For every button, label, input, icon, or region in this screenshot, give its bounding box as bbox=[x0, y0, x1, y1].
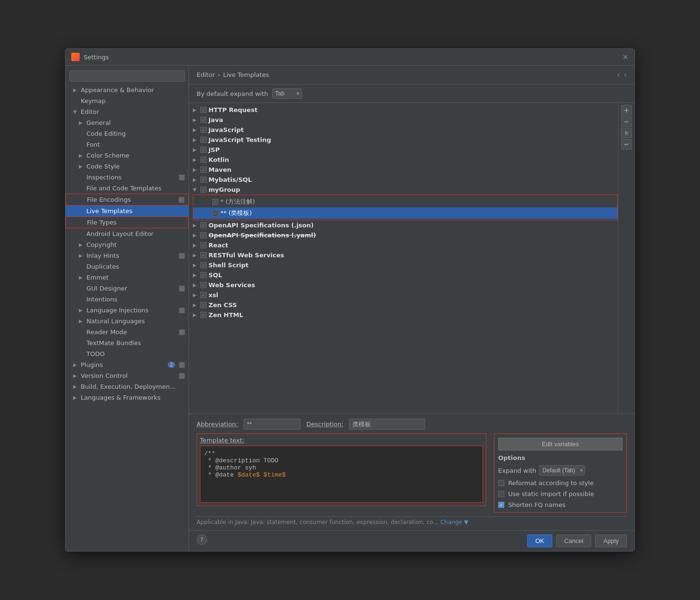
nav-back-icon[interactable]: ‹ bbox=[617, 70, 620, 79]
restore-template-button[interactable]: ↩ bbox=[621, 139, 632, 150]
template-group-javascript[interactable]: ▶ JavaScript bbox=[189, 125, 618, 135]
template-group-kotlin[interactable]: ▶ Kotlin bbox=[189, 155, 618, 165]
sidebar-item-duplicates[interactable]: Duplicates bbox=[66, 261, 189, 272]
sidebar-item-code-editing[interactable]: Code Editing bbox=[66, 128, 189, 139]
template-text-editor[interactable]: /** * @description TODO * @author syh * … bbox=[200, 446, 483, 503]
item-checkbox[interactable] bbox=[212, 199, 218, 205]
group-checkbox[interactable] bbox=[200, 222, 207, 228]
title-bar-left: Settings bbox=[71, 53, 109, 61]
group-checkbox[interactable] bbox=[200, 282, 207, 288]
sidebar-item-font[interactable]: Font bbox=[66, 139, 189, 150]
group-checkbox[interactable] bbox=[200, 302, 207, 308]
template-group-shell[interactable]: ▶ Shell Script bbox=[189, 260, 618, 270]
group-checkbox[interactable] bbox=[200, 117, 207, 123]
template-group-zen-html[interactable]: ▶ Zen HTML bbox=[189, 310, 618, 320]
template-group-web-services[interactable]: ▶ Web Services bbox=[189, 280, 618, 290]
sidebar-item-copyright[interactable]: ▶ Copyright bbox=[66, 239, 189, 250]
sidebar-item-android-layout[interactable]: Android Layout Editor bbox=[66, 228, 189, 239]
template-group-jsp[interactable]: ▶ JSP bbox=[189, 145, 618, 155]
sidebar-item-label: Languages & Frameworks bbox=[81, 394, 161, 401]
sidebar-item-language-injections[interactable]: ▶ Language Injections bbox=[66, 305, 189, 316]
apply-button[interactable]: Apply bbox=[595, 534, 627, 547]
group-checkbox[interactable] bbox=[200, 167, 207, 173]
sidebar-item-gui-designer[interactable]: GUI Designer bbox=[66, 283, 189, 294]
sidebar-item-intentions[interactable]: Intentions bbox=[66, 294, 189, 305]
template-group-sql[interactable]: ▶ SQL bbox=[189, 270, 618, 280]
sidebar-item-code-style[interactable]: ▶ Code Style bbox=[66, 161, 189, 172]
nav-forward-icon[interactable]: › bbox=[624, 70, 627, 79]
template-item-class-template[interactable]: ** (类模板) bbox=[193, 207, 617, 219]
expand-with-select[interactable]: Default (Tab) Tab Enter Space bbox=[539, 465, 585, 476]
expand-with-select[interactable]: Tab Enter Space bbox=[272, 88, 302, 99]
group-checkbox[interactable] bbox=[200, 157, 207, 163]
sidebar-item-file-encodings[interactable]: File Encodings bbox=[66, 194, 189, 206]
group-checkbox[interactable] bbox=[200, 252, 207, 258]
group-checkbox[interactable] bbox=[200, 272, 207, 278]
sidebar-item-reader-mode[interactable]: Reader Mode bbox=[66, 327, 189, 338]
sidebar-item-appearance[interactable]: ▶ Appearance & Behavior bbox=[66, 84, 189, 95]
sidebar-item-inspections[interactable]: Inspections bbox=[66, 172, 189, 183]
sidebar-item-plugins[interactable]: ▶ Plugins 2 bbox=[66, 359, 189, 370]
sidebar-item-version-control[interactable]: ▶ Version Control bbox=[66, 370, 189, 381]
template-group-http-request[interactable]: ▶ HTTP Request bbox=[189, 105, 618, 115]
description-input[interactable] bbox=[349, 419, 425, 430]
abbrev-desc-row: Abbreviation: Description: bbox=[197, 419, 627, 430]
sidebar-item-live-templates[interactable]: Live Templates bbox=[66, 206, 189, 216]
shorten-fq-checkbox[interactable] bbox=[498, 502, 504, 508]
template-group-xsl[interactable]: ▶ xsl bbox=[189, 290, 618, 300]
change-link[interactable]: Change ▼ bbox=[440, 519, 468, 525]
copy-template-button[interactable]: ⎘ bbox=[621, 128, 632, 138]
group-label: JavaScript Testing bbox=[208, 136, 271, 143]
add-template-button[interactable]: + bbox=[621, 105, 632, 115]
sidebar-item-keymap[interactable]: Keymap bbox=[66, 95, 189, 106]
group-checkbox[interactable] bbox=[200, 292, 207, 298]
cancel-button[interactable]: Cancel bbox=[556, 534, 591, 547]
group-checkbox[interactable] bbox=[200, 107, 207, 113]
group-checkbox[interactable] bbox=[200, 312, 207, 318]
close-button[interactable]: × bbox=[622, 54, 629, 60]
template-group-openapi-json[interactable]: ▶ OpenAPI Specifications (.json) bbox=[189, 220, 618, 230]
group-checkbox[interactable] bbox=[200, 147, 207, 153]
sidebar-item-build[interactable]: ▶ Build, Execution, Deploymen... bbox=[66, 381, 189, 392]
sidebar-item-label: Build, Execution, Deploymen... bbox=[81, 383, 176, 390]
template-group-react[interactable]: ▶ React bbox=[189, 240, 618, 250]
sidebar-item-emmet[interactable]: ▶ Emmet bbox=[66, 272, 189, 283]
sidebar-item-file-code-templates[interactable]: File and Code Templates bbox=[66, 183, 189, 194]
applicable-row: Applicable in Java: Java: statement, con… bbox=[197, 516, 627, 525]
template-group-zen-css[interactable]: ▶ Zen CSS bbox=[189, 300, 618, 310]
group-checkbox[interactable] bbox=[200, 137, 207, 143]
template-item-method-annotation[interactable]: * (方法注解) bbox=[193, 196, 617, 207]
edit-variables-button[interactable]: Edit variables bbox=[498, 438, 623, 450]
sidebar-item-general[interactable]: ▶ General bbox=[66, 117, 189, 128]
help-button[interactable]: ? bbox=[197, 534, 207, 545]
template-group-mybatis[interactable]: ▶ Mybatis/SQL bbox=[189, 175, 618, 185]
group-checkbox[interactable] bbox=[200, 242, 207, 248]
template-group-maven[interactable]: ▶ Maven bbox=[189, 165, 618, 175]
ok-button[interactable]: OK bbox=[527, 534, 552, 547]
item-checkbox[interactable] bbox=[212, 210, 218, 216]
static-import-checkbox[interactable] bbox=[498, 491, 504, 497]
sidebar-item-textmate[interactable]: TextMate Bundles bbox=[66, 338, 189, 348]
sidebar-item-natural-languages[interactable]: ▶ Natural Languages bbox=[66, 316, 189, 327]
template-group-restful[interactable]: ▶ RESTful Web Services bbox=[189, 250, 618, 260]
sidebar-item-editor[interactable]: ▼ Editor bbox=[66, 106, 189, 117]
search-input[interactable] bbox=[69, 70, 185, 82]
template-group-java[interactable]: ▶ Java bbox=[189, 115, 618, 125]
template-group-mygroup[interactable]: ▼ myGroup bbox=[189, 185, 618, 195]
abbreviation-input[interactable] bbox=[244, 419, 301, 430]
sidebar-item-color-scheme[interactable]: ▶ Color Scheme bbox=[66, 150, 189, 161]
template-group-openapi-yaml[interactable]: ▶ OpenAPI Specifications (.yaml) bbox=[189, 230, 618, 240]
sidebar-item-languages[interactable]: ▶ Languages & Frameworks bbox=[66, 392, 189, 403]
sidebar-item-file-types[interactable]: File Types bbox=[66, 216, 189, 228]
group-checkbox[interactable] bbox=[200, 177, 207, 183]
group-checkbox[interactable] bbox=[200, 127, 207, 133]
group-checkbox[interactable] bbox=[200, 262, 207, 268]
remove-template-button[interactable]: − bbox=[621, 116, 632, 127]
group-checkbox[interactable] bbox=[200, 232, 207, 238]
reformat-checkbox[interactable] bbox=[498, 480, 504, 486]
expand-arrow-icon: ▶ bbox=[193, 127, 199, 132]
sidebar-item-inlay-hints[interactable]: ▶ Inlay Hints bbox=[66, 250, 189, 261]
template-group-js-testing[interactable]: ▶ JavaScript Testing bbox=[189, 135, 618, 145]
sidebar-item-todo[interactable]: TODO bbox=[66, 348, 189, 359]
group-checkbox[interactable] bbox=[200, 187, 207, 193]
